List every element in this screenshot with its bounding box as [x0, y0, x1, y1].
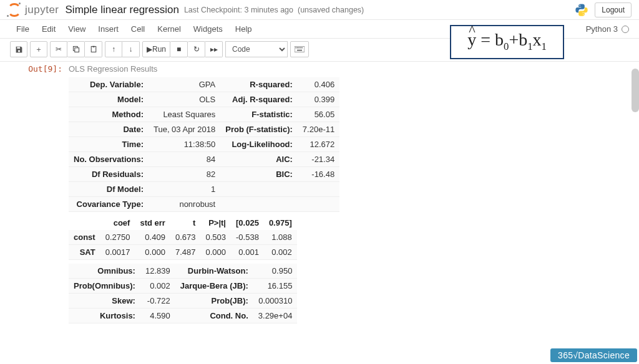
- column-header: t: [170, 216, 201, 230]
- restart-button[interactable]: ↻: [188, 41, 205, 57]
- column-header: 0.975]: [264, 216, 297, 230]
- table-row: const0.27500.4090.6730.503-0.5381.088: [69, 230, 297, 245]
- python-logo-icon[interactable]: [575, 3, 588, 17]
- column-header: coef: [100, 216, 135, 230]
- svg-rect-10: [297, 50, 302, 51]
- ols-diagnostics-table: Omnibus:12.839Durbin-Watson:0.950Prob(Om…: [69, 264, 297, 323]
- svg-rect-7: [298, 47, 300, 49]
- stop-button[interactable]: ■: [170, 41, 188, 57]
- jupyter-orb-icon: [7, 3, 21, 17]
- keyboard-icon: [295, 46, 305, 52]
- cell-type-select[interactable]: Code: [225, 41, 288, 57]
- table-row: Model:OLSAdj. R-squared:0.399: [69, 92, 339, 107]
- table-row: Date:Tue, 03 Apr 2018Prob (F-statistic):…: [69, 122, 339, 137]
- run-button[interactable]: ▶ Run: [142, 41, 170, 57]
- paste-icon: [90, 46, 97, 53]
- menu-view[interactable]: View: [62, 21, 92, 37]
- paste-button[interactable]: [85, 41, 102, 57]
- move-up-button[interactable]: ↑: [105, 41, 122, 57]
- svg-rect-4: [295, 46, 305, 52]
- move-down-button[interactable]: ↓: [122, 41, 140, 57]
- table-row: Skew:-0.722Prob(JB):0.000310: [69, 294, 297, 309]
- ols-coef-table: coefstd errtP>|t|[0.0250.975] const0.275…: [69, 216, 297, 260]
- menu-edit[interactable]: Edit: [36, 21, 62, 37]
- table-row: Time:11:38:50Log-Likelihood:12.672: [69, 137, 339, 152]
- notebook-header: jupyter Simple linear regression Last Ch…: [0, 0, 639, 20]
- command-palette-button[interactable]: [290, 41, 309, 57]
- column-header: [0.025: [231, 216, 264, 230]
- watermark-badge: 365√DataScience: [550, 348, 637, 362]
- table-row: Method:Least SquaresF-statistic:56.05: [69, 107, 339, 122]
- save-button[interactable]: [10, 41, 27, 57]
- brand-text: jupyter: [25, 4, 59, 16]
- output-prompt: Out[9]:: [12, 64, 69, 323]
- table-row: Covariance Type:nonrobust: [69, 197, 339, 212]
- notebook-area: Out[9]: OLS Regression Results Dep. Vari…: [0, 62, 639, 357]
- menu-insert[interactable]: Insert: [92, 21, 125, 37]
- ols-summary-table: Dep. Variable:GPAR-squared:0.406Model:OL…: [69, 77, 339, 212]
- svg-rect-5: [296, 47, 297, 49]
- table-row: Dep. Variable:GPAR-squared:0.406: [69, 77, 339, 92]
- menu-kernel[interactable]: Kernel: [151, 21, 187, 37]
- output-cell: Out[9]: OLS Regression Results Dep. Vari…: [12, 64, 627, 323]
- cut-button[interactable]: ✂: [50, 41, 67, 57]
- run-all-button[interactable]: ▸▸: [205, 41, 223, 57]
- copy-icon: [72, 46, 80, 53]
- add-cell-button[interactable]: ＋: [30, 41, 47, 57]
- svg-rect-8: [300, 47, 301, 49]
- svg-rect-9: [301, 47, 303, 49]
- table-row: Df Model:1: [69, 182, 339, 197]
- menu-widgets[interactable]: Widgets: [187, 21, 229, 37]
- kernel-name: Python 3: [586, 24, 618, 34]
- column-header: P>|t|: [200, 216, 231, 230]
- copy-button[interactable]: [67, 41, 85, 57]
- svg-rect-1: [74, 48, 79, 52]
- table-row: SAT0.00170.0007.4870.0000.0010.002: [69, 245, 297, 260]
- checkpoint-status: Last Checkpoint: 3 minutes ago (unsaved …: [184, 6, 364, 14]
- column-header: [69, 216, 100, 230]
- jupyter-logo[interactable]: jupyter: [7, 3, 59, 17]
- ols-caption: OLS Regression Results: [69, 64, 627, 74]
- svg-rect-6: [297, 47, 298, 49]
- svg-rect-3: [92, 46, 94, 47]
- logout-button[interactable]: Logout: [595, 2, 632, 17]
- notebook-title[interactable]: Simple linear regression: [66, 4, 179, 16]
- menu-file[interactable]: File: [10, 21, 36, 37]
- equation-overlay: y = b0+b1x1: [450, 25, 564, 59]
- column-header: std err: [135, 216, 170, 230]
- table-row: Omnibus:12.839Durbin-Watson:0.950: [69, 264, 297, 279]
- table-row: Kurtosis:4.590Cond. No.3.29e+04: [69, 309, 297, 323]
- table-row: Prob(Omnibus):0.002Jarque-Bera (JB):16.1…: [69, 279, 297, 294]
- menu-help[interactable]: Help: [229, 21, 258, 37]
- table-row: Df Residuals:82BIC:-16.48: [69, 167, 339, 182]
- table-row: No. Observations:84AIC:-21.34: [69, 152, 339, 167]
- save-icon: [15, 46, 23, 54]
- kernel-idle-icon[interactable]: [622, 26, 629, 33]
- menu-cell[interactable]: Cell: [125, 21, 151, 37]
- scrollbar-thumb[interactable]: [632, 69, 639, 112]
